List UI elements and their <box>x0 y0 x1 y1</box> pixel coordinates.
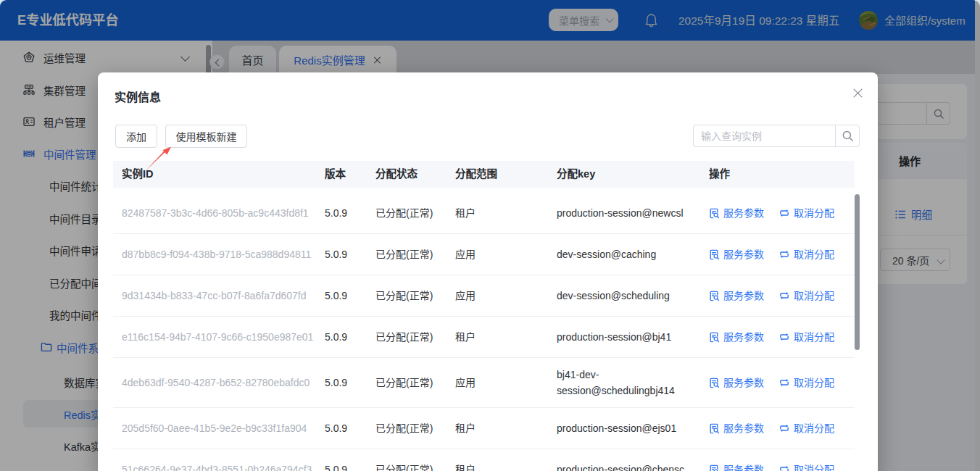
table-row[interactable]: d87bb8c9-f094-438b-9718-5ca988d94811 5.0… <box>113 234 855 275</box>
cell-status: 已分配(正常) <box>367 449 447 471</box>
cell-instance-id: 9d31434b-b833-47cc-b07f-8a6fa7d607fd <box>113 275 316 316</box>
cell-status: 已分配(正常) <box>367 275 447 316</box>
cell-scope: 租户 <box>447 193 548 233</box>
table-row[interactable]: 4deb63df-9540-4287-b652-82780ebafdc0 5.0… <box>113 358 855 408</box>
cancel-assign-label: 取消分配 <box>794 246 834 262</box>
cancel-assign-label: 取消分配 <box>794 205 834 221</box>
service-params-label: 服务参数 <box>723 288 764 304</box>
cell-scope: 租户 <box>447 408 548 449</box>
cell-instance-id: d87bb8c9-f094-438b-9718-5ca988d94811 <box>113 234 316 275</box>
cell-actions: 服务参数 取消分配 <box>700 234 855 275</box>
cell-status: 已分配(正常) <box>367 317 447 357</box>
col-header-key: 分配key <box>548 161 700 188</box>
cell-instance-id: 51c66264-9e37-4bd3-8551-0b246a794cf3 <box>113 449 316 471</box>
cell-actions: 服务参数 取消分配 <box>700 408 855 449</box>
service-params-link[interactable]: 服务参数 <box>709 420 764 436</box>
table-row[interactable]: e116c154-94b7-4107-9c66-c1950e987e01 5.0… <box>113 317 855 358</box>
cancel-assign-label: 取消分配 <box>794 375 834 391</box>
service-params-link[interactable]: 服务参数 <box>709 288 764 304</box>
cancel-assign-label: 取消分配 <box>794 420 834 436</box>
table-row[interactable]: 82487587-3b3c-4d66-805b-ac9c443fd8f1 5.0… <box>113 193 855 234</box>
service-params-link[interactable]: 服务参数 <box>709 205 764 221</box>
doc-search-icon <box>709 291 720 301</box>
app-window: E专业低代码平台 菜单搜索 2025年9月19日 09:22:23 星期五 全部… <box>0 0 980 471</box>
table-row[interactable]: 51c66264-9e37-4bd3-8551-0b246a794cf3 5.0… <box>113 449 855 471</box>
modal-title: 实例信息 <box>115 88 161 105</box>
cell-version: 5.0.9 <box>316 408 367 449</box>
cancel-assign-link[interactable]: 取消分配 <box>778 375 834 391</box>
cancel-assign-link[interactable]: 取消分配 <box>778 205 834 221</box>
col-header-actions: 操作 <box>700 161 855 188</box>
table-row[interactable]: 205d5f60-0aee-41b5-9e2e-b9c33f1fa904 5.0… <box>113 408 855 449</box>
cell-status: 已分配(正常) <box>367 234 447 275</box>
cell-key: dev-session@scheduling <box>548 275 700 316</box>
swap-icon <box>778 377 790 388</box>
cell-actions: 服务参数 取消分配 <box>700 317 855 357</box>
screen: E专业低代码平台 菜单搜索 2025年9月19日 09:22:23 星期五 全部… <box>0 0 980 471</box>
cell-scope: 租户 <box>447 317 548 357</box>
cell-actions: 服务参数 取消分配 <box>700 358 855 407</box>
cell-key: production-session@newcsl <box>548 193 700 233</box>
cell-instance-id: 205d5f60-0aee-41b5-9e2e-b9c33f1fa904 <box>113 408 316 449</box>
modal-table-header: 实例ID 版本 分配状态 分配范围 分配key 操作 <box>113 161 855 188</box>
service-params-label: 服务参数 <box>723 329 764 345</box>
swap-icon <box>778 207 790 219</box>
cancel-assign-label: 取消分配 <box>794 288 834 304</box>
cell-key: production-session@chensc <box>548 449 700 471</box>
instance-search-button[interactable] <box>835 125 860 147</box>
cell-version: 5.0.9 <box>316 234 367 275</box>
swap-icon <box>778 290 790 301</box>
modal-table-scrollbar-thumb[interactable] <box>855 194 860 350</box>
cell-key: production-session@bj41 <box>548 317 700 357</box>
cancel-assign-link[interactable]: 取消分配 <box>778 462 834 471</box>
service-params-label: 服务参数 <box>723 375 764 391</box>
doc-search-icon <box>709 249 720 260</box>
close-icon[interactable] <box>852 88 863 99</box>
cell-version: 5.0.9 <box>316 317 367 357</box>
create-from-template-button[interactable]: 使用模板新建 <box>165 125 247 148</box>
service-params-label: 服务参数 <box>723 246 764 262</box>
cell-version: 5.0.9 <box>316 193 367 233</box>
doc-search-icon <box>709 464 720 471</box>
cell-key: dev-session@caching <box>548 234 700 275</box>
service-params-label: 服务参数 <box>723 205 764 221</box>
cell-scope: 应用 <box>447 275 548 316</box>
template-button-label: 使用模板新建 <box>176 129 237 143</box>
cell-version: 5.0.9 <box>316 358 367 407</box>
swap-icon <box>778 331 790 343</box>
service-params-link[interactable]: 服务参数 <box>709 375 764 391</box>
cell-status: 已分配(正常) <box>367 358 447 407</box>
search-icon <box>842 130 854 142</box>
cell-status: 已分配(正常) <box>367 408 447 449</box>
cell-instance-id: e116c154-94b7-4107-9c66-c1950e987e01 <box>113 317 316 357</box>
service-params-link[interactable]: 服务参数 <box>709 329 764 345</box>
cancel-assign-label: 取消分配 <box>794 462 834 471</box>
service-params-link[interactable]: 服务参数 <box>709 246 764 262</box>
cancel-assign-link[interactable]: 取消分配 <box>778 329 834 345</box>
cancel-assign-link[interactable]: 取消分配 <box>778 246 834 262</box>
service-params-label: 服务参数 <box>723 462 764 471</box>
cell-version: 5.0.9 <box>316 449 367 471</box>
cell-instance-id: 82487587-3b3c-4d66-805b-ac9c443fd8f1 <box>113 193 316 233</box>
doc-search-icon <box>709 208 720 219</box>
cell-version: 5.0.9 <box>316 275 367 316</box>
service-params-label: 服务参数 <box>723 420 764 436</box>
cancel-assign-link[interactable]: 取消分配 <box>778 288 834 304</box>
cell-key: production-session@ejs01 <box>548 408 700 449</box>
annotation-arrow <box>140 143 176 175</box>
cancel-assign-label: 取消分配 <box>794 329 834 345</box>
cancel-assign-link[interactable]: 取消分配 <box>778 420 834 436</box>
add-button-label: 添加 <box>126 129 146 143</box>
doc-search-icon <box>709 332 720 343</box>
cell-status: 已分配(正常) <box>367 193 447 233</box>
cell-instance-id: 4deb63df-9540-4287-b652-82780ebafdc0 <box>113 358 316 407</box>
doc-search-icon <box>709 423 720 434</box>
service-params-link[interactable]: 服务参数 <box>709 462 764 471</box>
cell-scope: 应用 <box>447 358 548 407</box>
cell-actions: 服务参数 取消分配 <box>700 193 855 233</box>
col-header-scope: 分配范围 <box>447 161 548 188</box>
modal-table-body: 82487587-3b3c-4d66-805b-ac9c443fd8f1 5.0… <box>113 193 855 471</box>
table-row[interactable]: 9d31434b-b833-47cc-b07f-8a6fa7d607fd 5.0… <box>113 275 855 317</box>
instance-search-input[interactable] <box>693 125 836 147</box>
cell-scope: 租户 <box>447 449 548 471</box>
